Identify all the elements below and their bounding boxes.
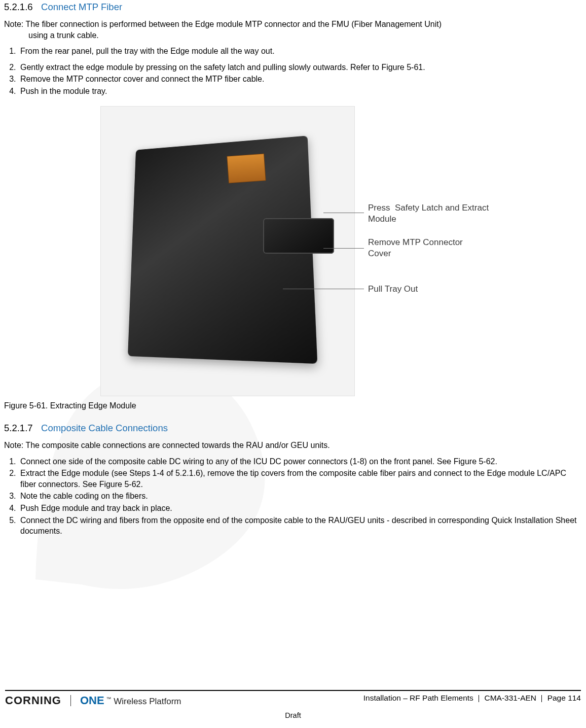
footer-page: Page 114 (547, 694, 581, 702)
step-item: Connect the DC wiring and fibers from th… (18, 515, 582, 537)
footer-section: Installation – RF Path Elements (363, 694, 473, 702)
section-title: Connect MTP Fiber (41, 2, 122, 12)
figure-photo (100, 106, 355, 396)
brand-divider (70, 695, 71, 706)
step-item: Push in the module tray. (18, 86, 582, 97)
figure-callout: Press Safety Latch and Extract Module (368, 202, 489, 226)
brand-sub: ONE™ Wireless Platform (80, 693, 181, 708)
note-text-continued: using a trunk cable. (28, 30, 582, 41)
note-label: Note: (4, 20, 23, 28)
steps-list: Gently extract the edge module by pressi… (4, 62, 582, 97)
note-label: Note: (4, 441, 23, 449)
steps-list: From the rear panel, pull the tray with … (4, 46, 582, 57)
figure-caption: Figure 5-61. Extracting Edge Module (4, 400, 582, 411)
figure-edge-module: Press Safety Latch and Extract Module Re… (100, 106, 486, 395)
step-item: From the rear panel, pull the tray with … (18, 46, 582, 57)
page-footer: CORNING ONE™ Wireless Platform Installat… (0, 690, 586, 721)
footer-right: Installation – RF Path Elements CMA-331-… (363, 693, 581, 704)
step-item: Connect one side of the composite cable … (18, 456, 582, 467)
step-item: Push Edge module and tray back in place. (18, 503, 582, 514)
brand-sub-num: ONE (80, 694, 104, 707)
figure-callout: Remove MTP Connector Cover (368, 237, 463, 260)
step-item: Extract the Edge module (see Steps 1-4 o… (18, 468, 582, 490)
brand-block: CORNING ONE™ Wireless Platform (5, 693, 181, 708)
step-item: Remove the MTP connector cover and conne… (18, 74, 582, 85)
steps-list: Connect one side of the composite cable … (4, 456, 582, 537)
section-number: 5.2.1.6 (4, 2, 33, 12)
step-item: Note the cable coding on the fibers. (18, 491, 582, 502)
figure-callout: Pull Tray Out (368, 284, 418, 295)
step-item: Gently extract the edge module by pressi… (18, 62, 582, 73)
section-title: Composite Cable Connections (41, 423, 168, 433)
section-number: 5.2.1.7 (4, 423, 33, 433)
brand-name: CORNING (5, 693, 61, 708)
brand-trademark: ™ (106, 696, 112, 702)
note-text: The fiber connection is performed betwee… (23, 20, 442, 28)
note-text: The composite cable connections are conn… (23, 441, 329, 449)
footer-draft: Draft (5, 711, 581, 721)
brand-sub-text: Wireless Platform (112, 697, 181, 706)
footer-docnum: CMA-331-AEN (485, 694, 537, 702)
